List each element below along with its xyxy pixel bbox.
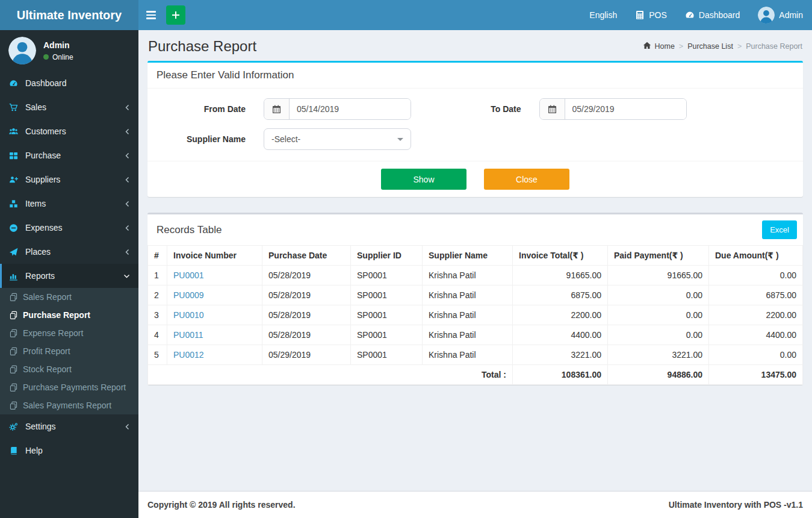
sidebar-subitem-expense-report[interactable]: Expense Report bbox=[0, 324, 138, 342]
sidebar-user-status[interactable]: Online bbox=[43, 53, 73, 61]
table-row: 2PU000905/28/2019SP0001Krishna Patil6875… bbox=[148, 286, 803, 305]
table-cell: 2 bbox=[148, 286, 167, 305]
from-date-input[interactable] bbox=[290, 99, 411, 119]
chevron-left-icon bbox=[125, 423, 130, 430]
sidebar-subitem-profit-report[interactable]: Profit Report bbox=[0, 342, 138, 360]
table-cell: 05/28/2019 bbox=[262, 305, 351, 325]
table-cell: 91665.00 bbox=[513, 266, 608, 286]
sidebar-subitem-sales-payments-report[interactable]: Sales Payments Report bbox=[0, 396, 138, 414]
sidebar-subitem-label: Sales Report bbox=[23, 292, 72, 302]
nav-pos-label: POS bbox=[649, 10, 667, 20]
table-cell: 4 bbox=[148, 325, 167, 345]
invoice-link[interactable]: PU0009 bbox=[173, 290, 204, 300]
calendar-icon[interactable] bbox=[540, 99, 565, 119]
breadcrumb-home[interactable]: Home bbox=[643, 42, 674, 51]
sidebar: Admin Online Dashboard Sales Customers bbox=[0, 30, 138, 518]
chevron-down-icon bbox=[123, 273, 130, 279]
filter-panel-heading: Please Enter Valid Information bbox=[147, 63, 803, 89]
invoice-link[interactable]: PU0012 bbox=[173, 350, 204, 360]
sidebar-item-places[interactable]: Places bbox=[0, 240, 138, 264]
invoice-link[interactable]: PU0010 bbox=[173, 310, 204, 320]
invoice-link[interactable]: PU0011 bbox=[173, 330, 203, 340]
total-invoice: 108361.00 bbox=[513, 365, 608, 385]
table-cell: 3221.00 bbox=[608, 345, 709, 365]
sidebar-item-customers[interactable]: Customers bbox=[0, 119, 138, 143]
tachometer-icon bbox=[685, 10, 695, 20]
sidebar-subitem-label: Purchase Payments Report bbox=[23, 382, 126, 392]
table-cell: Krishna Patil bbox=[423, 305, 513, 325]
calculator-icon bbox=[635, 10, 645, 20]
sidebar-item-sales[interactable]: Sales bbox=[0, 95, 138, 119]
records-panel: Records Table Excel # Invoice Number Pur… bbox=[147, 213, 803, 385]
quick-add-button[interactable] bbox=[166, 5, 185, 25]
sidebar-item-suppliers[interactable]: Suppliers bbox=[0, 167, 138, 192]
home-icon bbox=[643, 42, 651, 51]
sidebar-item-items[interactable]: Items bbox=[0, 192, 138, 216]
supplier-select-value: -Select- bbox=[271, 134, 300, 144]
records-tbody: 1PU000105/28/2019SP0001Krishna Patil9166… bbox=[148, 266, 803, 365]
sidebar-subitem-label: Expense Report bbox=[23, 328, 83, 338]
plus-icon bbox=[172, 11, 180, 19]
close-button[interactable]: Close bbox=[484, 169, 569, 190]
sidebar-item-help[interactable]: Help bbox=[0, 438, 138, 463]
sidebar-item-settings[interactable]: Settings bbox=[0, 414, 138, 438]
from-date-label: From Date bbox=[147, 104, 246, 114]
nav-pos[interactable]: POS bbox=[626, 0, 676, 30]
copy-icon bbox=[9, 365, 18, 374]
to-date-input[interactable] bbox=[565, 99, 686, 119]
nav-language[interactable]: English bbox=[580, 0, 626, 30]
cart-icon bbox=[9, 103, 18, 112]
users-icon bbox=[9, 127, 18, 136]
nav-language-label: English bbox=[589, 10, 617, 20]
nav-user-menu[interactable]: Admin bbox=[749, 0, 812, 30]
table-cell: PU0011 bbox=[167, 325, 262, 345]
table-cell: PU0010 bbox=[167, 305, 262, 325]
sidebar-subitem-purchase-payments-report[interactable]: Purchase Payments Report bbox=[0, 378, 138, 396]
excel-export-button[interactable]: Excel bbox=[762, 220, 797, 239]
supplier-name-label: Supplier Name bbox=[147, 134, 246, 144]
table-cell: 2200.00 bbox=[709, 305, 803, 325]
sidebar-user-panel: Admin Online bbox=[0, 30, 138, 71]
sidebar-subitem-label: Profit Report bbox=[23, 346, 70, 356]
table-cell: 5 bbox=[148, 345, 167, 365]
user-avatar bbox=[758, 7, 775, 23]
sidebar-item-dashboard[interactable]: Dashboard bbox=[0, 71, 138, 95]
sidebar-toggle-button[interactable] bbox=[138, 0, 164, 30]
sidebar-item-reports[interactable]: Reports bbox=[0, 264, 138, 288]
app-logo[interactable]: Ultimate Inventory bbox=[0, 0, 138, 30]
sidebar-user-avatar bbox=[8, 37, 36, 64]
table-cell: 4400.00 bbox=[709, 325, 803, 345]
show-button[interactable]: Show bbox=[381, 169, 466, 190]
book-icon bbox=[9, 446, 18, 455]
supplier-select[interactable]: -Select- bbox=[264, 128, 411, 150]
content-area: Purchase Report Home > Purchase List > P… bbox=[138, 30, 812, 491]
chevron-left-icon bbox=[125, 201, 130, 207]
sidebar-subitem-stock-report[interactable]: Stock Report bbox=[0, 360, 138, 378]
sidebar-subitem-purchase-report[interactable]: Purchase Report bbox=[0, 306, 138, 324]
sidebar-item-purchase[interactable]: Purchase bbox=[0, 143, 138, 167]
col-paid-payment: Paid Payment(₹ ) bbox=[608, 246, 709, 266]
tachometer-icon bbox=[9, 79, 18, 88]
total-row: Total : 108361.00 94886.00 13475.00 bbox=[148, 365, 803, 385]
table-cell: 0.00 bbox=[608, 286, 709, 305]
table-cell: 3221.00 bbox=[513, 345, 608, 365]
nav-dashboard[interactable]: Dashboard bbox=[676, 0, 749, 30]
col-num: # bbox=[148, 246, 167, 266]
table-cell: SP0001 bbox=[351, 305, 423, 325]
chevron-left-icon bbox=[125, 176, 130, 183]
th-large-icon bbox=[9, 151, 18, 160]
table-cell: 0.00 bbox=[709, 345, 803, 365]
breadcrumb-purchase-list[interactable]: Purchase List bbox=[687, 42, 733, 51]
table-row: 5PU001205/29/2019SP0001Krishna Patil3221… bbox=[148, 345, 803, 365]
invoice-link[interactable]: PU0001 bbox=[173, 270, 204, 280]
table-row: 3PU001005/28/2019SP0001Krishna Patil2200… bbox=[148, 305, 803, 325]
col-invoice-number: Invoice Number bbox=[167, 246, 262, 266]
col-supplier-id: Supplier ID bbox=[351, 246, 423, 266]
records-table: # Invoice Number Purchase Date Supplier … bbox=[147, 245, 803, 385]
sidebar-item-expenses[interactable]: Expenses bbox=[0, 216, 138, 240]
copy-icon bbox=[9, 311, 18, 320]
calendar-icon[interactable] bbox=[264, 99, 290, 119]
table-cell: 91665.00 bbox=[608, 266, 709, 286]
sidebar-subitem-sales-report[interactable]: Sales Report bbox=[0, 288, 138, 306]
sidebar-subitem-label: Stock Report bbox=[23, 364, 72, 374]
